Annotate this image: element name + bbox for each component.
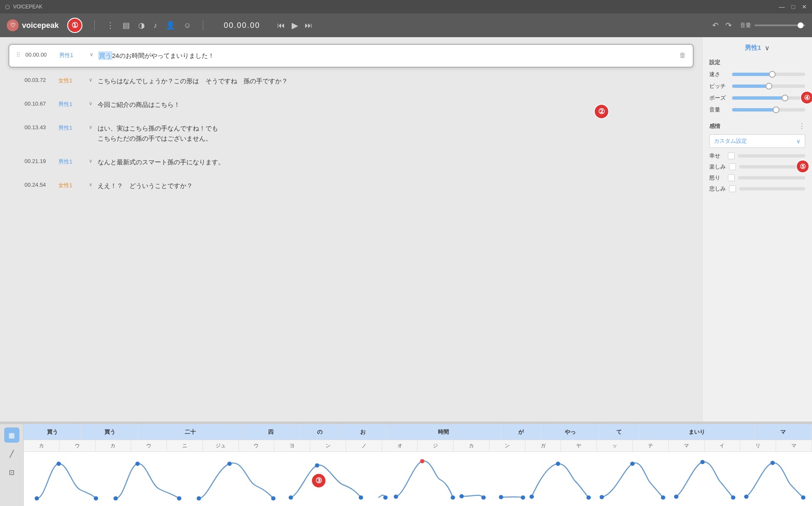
kana-cell-15: ヤ — [561, 440, 597, 452]
close-button[interactable]: ✕ — [802, 3, 807, 10]
speaker-2[interactable]: 男性1 — [58, 101, 84, 108]
pause-label: ポーズ — [709, 94, 729, 102]
pitch-slider[interactable] — [732, 84, 805, 88]
app-title: VOICEPEAK — [13, 4, 42, 10]
volume-slider[interactable] — [755, 24, 805, 26]
pitch-dot-20[interactable] — [530, 495, 534, 499]
pitch-dot-7[interactable] — [197, 496, 201, 501]
emoji-icon[interactable]: ☺ — [183, 21, 191, 30]
frame-tool-button[interactable]: ⊡ — [4, 465, 19, 480]
anger-checkbox[interactable] — [728, 174, 735, 181]
kana-cell-4: ニ — [167, 440, 203, 452]
toolbar-separator-2 — [203, 20, 203, 30]
pitch-dot-0[interactable] — [57, 462, 61, 466]
pitch-dot-9[interactable] — [315, 463, 319, 468]
emotion-more-icon[interactable]: ⋮ — [798, 122, 805, 130]
titlebar-left: ⬡ VOICEPEAK — [5, 4, 42, 10]
pitch-dot-11[interactable] — [359, 495, 363, 500]
pitch-dot-30[interactable] — [801, 495, 805, 500]
pitch-dot-15[interactable] — [481, 495, 486, 500]
anger-slider[interactable] — [738, 176, 805, 180]
pitch-dot-4[interactable] — [113, 496, 118, 501]
pitch-dot-22[interactable] — [630, 462, 634, 466]
skip-forward-button[interactable]: ⏭ — [305, 21, 312, 30]
mora-cell-6: 時間 — [386, 424, 501, 440]
chevron-down-icon-1[interactable]: ∨ — [89, 77, 93, 83]
chevron-down-icon-4[interactable]: ∨ — [89, 158, 93, 164]
save-icon[interactable]: ▤ — [123, 21, 130, 30]
chevron-down-icon-3[interactable]: ∨ — [89, 124, 93, 130]
pitch-dot-8[interactable] — [271, 496, 275, 501]
pitch-area[interactable]: ③ — [24, 452, 812, 506]
sadness-slider[interactable] — [739, 187, 805, 190]
pitch-dot-19[interactable] — [556, 462, 560, 466]
script-text-0[interactable]: 買う24のお時間がやってまいりました！ — [98, 51, 674, 61]
timestamp-2: 00.10.67 — [25, 101, 53, 107]
pitch-dot-17[interactable] — [521, 495, 525, 500]
maximize-button[interactable]: □ — [792, 3, 795, 10]
happiness-slider[interactable] — [738, 154, 805, 158]
pencil-tool-button[interactable]: ╱ — [4, 446, 19, 461]
pitch-dot-13[interactable] — [394, 495, 398, 499]
kana-cell-11: ジ — [418, 440, 454, 452]
pitch-dot-1[interactable] — [135, 462, 139, 466]
pitch-dot-active[interactable] — [420, 459, 424, 463]
speaker-1[interactable]: 女性1 — [58, 77, 84, 84]
sadness-checkbox[interactable] — [729, 185, 736, 192]
pitch-dot-26[interactable] — [674, 495, 678, 499]
pitch-dot-10[interactable] — [289, 495, 293, 500]
chevron-down-icon-5[interactable]: ∨ — [89, 182, 93, 188]
delete-button-0[interactable]: 🗑 — [679, 52, 686, 59]
speaker-4[interactable]: 男性1 — [58, 158, 84, 166]
pitch-dot-24[interactable] — [661, 495, 665, 500]
menu-dots-icon[interactable]: ⋮ — [107, 21, 114, 30]
music-icon[interactable]: ♪ — [153, 21, 157, 30]
pitch-dot-23[interactable] — [599, 495, 604, 499]
pitch-dot-16[interactable] — [459, 494, 464, 498]
play-button[interactable]: ▶ — [292, 20, 298, 30]
script-text-4[interactable]: なんと最新式のスマート孫の手になります。 — [98, 157, 687, 167]
fun-slider[interactable] — [739, 165, 805, 169]
redo-button[interactable]: ↷ — [725, 21, 732, 30]
pause-slider[interactable] — [732, 96, 805, 100]
skip-back-button[interactable]: ⏮ — [277, 21, 285, 30]
undo-button[interactable]: ↶ — [712, 21, 719, 30]
volume-setting-fill — [732, 108, 776, 112]
logo-icon: ♡ — [7, 19, 19, 31]
panel-chevron-icon[interactable]: ∨ — [765, 44, 770, 52]
script-text-5[interactable]: ええ！？ どういうことですか？ — [98, 181, 687, 191]
pitch-dot-14[interactable] — [451, 495, 455, 500]
chevron-down-icon-0[interactable]: ∨ — [90, 52, 93, 57]
emotion-preset-select[interactable]: カスタム設定 ∨ — [709, 134, 805, 148]
pitch-dot-21[interactable] — [586, 495, 591, 500]
pitch-dot-25[interactable] — [700, 460, 705, 464]
toolbar: ♡ voicepeak ① ⋮ ▤ ◑ ♪ 👤 ☺ 00.00.00 ⏮ ▶ ⏭… — [0, 14, 812, 37]
pitch-dot-3[interactable] — [94, 496, 98, 501]
happiness-checkbox[interactable] — [728, 152, 735, 159]
kana-cell-10: オ — [382, 440, 418, 452]
voice-icon[interactable]: 👤 — [166, 21, 175, 30]
drag-handle-icon: ⠿ — [16, 52, 20, 58]
pitch-dot-29[interactable] — [744, 495, 748, 499]
chevron-down-icon-2[interactable]: ∨ — [89, 101, 93, 106]
pitch-dot-27[interactable] — [731, 495, 735, 500]
emotion-section: 感情 ⋮ カスタム設定 ∨ 幸せ 楽しみ ⑤ — [709, 122, 805, 193]
speaker-0[interactable]: 男性1 — [59, 52, 85, 59]
pitch-dot-5[interactable] — [177, 496, 181, 501]
minimize-button[interactable]: — — [779, 3, 785, 10]
script-text-1[interactable]: こちらはなんでしょうか？この形は そうですね 孫の手ですか？ — [98, 76, 687, 86]
wave-icon[interactable]: ◑ — [138, 21, 145, 30]
pitch-label: ピッチ — [709, 82, 729, 90]
pitch-thumb — [766, 83, 772, 90]
volume-setting-slider[interactable] — [732, 108, 805, 112]
waveform-tool-button[interactable]: ▦ — [4, 427, 19, 443]
pitch-dot-2[interactable] — [35, 496, 39, 501]
pitch-dot-6[interactable] — [227, 462, 232, 466]
speed-slider[interactable] — [732, 73, 805, 76]
fun-checkbox[interactable] — [729, 163, 736, 170]
speaker-5[interactable]: 女性1 — [58, 182, 84, 189]
pitch-dot-12[interactable] — [383, 495, 388, 500]
pitch-dot-18[interactable] — [499, 495, 503, 499]
pitch-dot-28[interactable] — [771, 461, 775, 465]
speaker-3[interactable]: 男性1 — [58, 124, 84, 132]
